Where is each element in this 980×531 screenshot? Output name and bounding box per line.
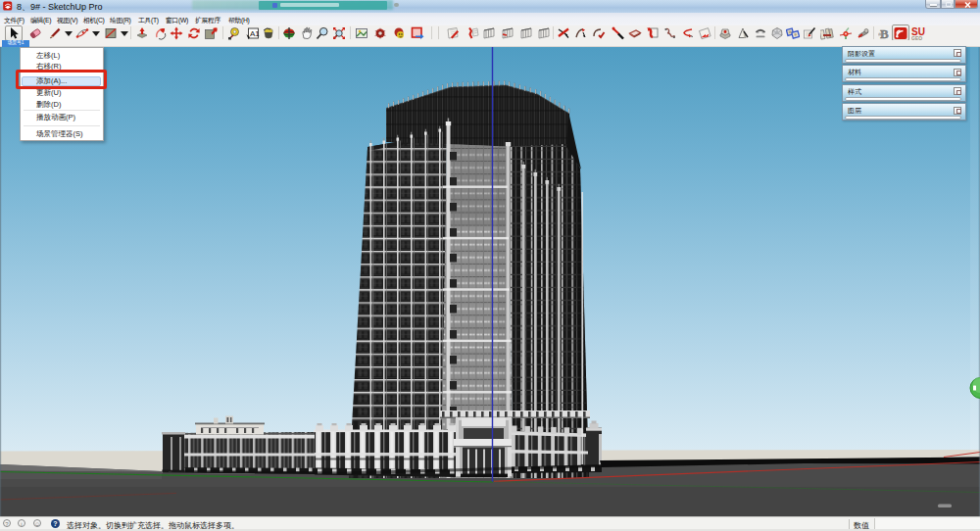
svg-text:B: B (880, 26, 889, 40)
svg-text:A1: A1 (250, 29, 260, 38)
svg-text:GEO: GEO (911, 34, 922, 40)
